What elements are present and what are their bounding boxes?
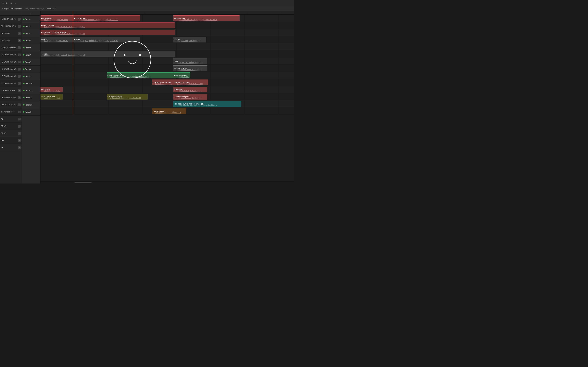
sidebar-add-btn-9[interactable]: +	[18, 82, 21, 85]
track-row-1[interactable]: ▶PLUCK CUTOFF	[41, 22, 294, 29]
track-playhead-1	[73, 22, 73, 29]
sidebar-add-btn-1[interactable]: +	[18, 25, 21, 28]
sidebar-item-8[interactable]: _5_DAW Nation_W.. +	[0, 73, 22, 80]
sidebar-add-btn-4[interactable]: +	[18, 46, 21, 49]
tracks-grid[interactable]: ▶PICK GUITAR▶PICK GUITAR▶PICK GUITAR▶PLU…	[41, 15, 294, 182]
clip-2-0[interactable]: ▶ACOUSTIC GUITAR 02 - 通道音量	[41, 30, 175, 35]
clip-3-1[interactable]: ▶PIANO	[74, 37, 140, 42]
sidebar-add-btn-16[interactable]: +	[18, 132, 21, 135]
track-name-6: Track 7	[22, 58, 40, 66]
app-container: ☰ ▶ ■ ● ◀ Playlist - Arrangement › I rea…	[0, 0, 294, 184]
scroll-thumb[interactable]	[75, 182, 92, 183]
menu-icon[interactable]: ☰	[1, 1, 4, 5]
nav-prev[interactable]: ◀	[2, 7, 3, 10]
clip-11-1[interactable]: ▶CLEAR SKY BIRD	[107, 94, 148, 100]
sidebar-item-1[interactable]: EN HIHAT LOOP 13.. +	[0, 23, 22, 30]
sidebar-add-btn-2[interactable]: +	[18, 32, 21, 35]
track-name-1: Track 2	[22, 23, 40, 30]
clip-0-2[interactable]: ▶PICK GUITAR	[173, 15, 240, 21]
sidebar-item-18[interactable]: NP +	[0, 144, 22, 151]
sidebar-item-11[interactable]: CK PREDROP FILL +	[0, 94, 22, 101]
clip-9-1[interactable]: ▶ROCK GUITAR RIFF	[174, 80, 208, 85]
clip-8-1[interactable]: ▶RISER 140 BPM	[173, 72, 190, 78]
sidebar-add-btn-7[interactable]: +	[18, 68, 21, 70]
sidebar-item-13[interactable]: p.K Atmos Pack - .. +	[0, 108, 22, 116]
sidebar-add-btn-8[interactable]: +	[18, 75, 21, 78]
sidebar-add-btn-5[interactable]: +	[18, 53, 21, 56]
track-row-6[interactable]: ▶SUB	[41, 58, 294, 65]
sidebar-add-btn-10[interactable]: +	[18, 89, 21, 92]
sidebar-item-7[interactable]: _5_DAW Nation_W.. +	[0, 66, 22, 73]
sidebar-add-btn-15[interactable]: +	[18, 125, 21, 128]
track-row-5[interactable]: ▶CHIOR	[41, 50, 294, 58]
track-row-11[interactable]: ▶CLEAR SKY BIRD▶CLEAR SKY BIRD▶WHITE NOI…	[41, 93, 294, 100]
clip-label-3-0: PIANO	[42, 39, 47, 41]
sidebar-add-btn-11[interactable]: +	[18, 96, 21, 99]
sidebar-add-btn-0[interactable]: +	[18, 18, 21, 21]
ruler-marker-32: 32	[144, 13, 146, 15]
track-row-3[interactable]: ▶PIANO▶PIANO▶PIANO	[41, 36, 294, 43]
sidebar-item-14[interactable]: AD +	[0, 116, 22, 123]
clip-0-1[interactable]: ▶PICK GUITAR	[74, 15, 140, 21]
sidebar-item-5[interactable]: _5_DAW Nation_W.. +	[0, 51, 22, 58]
sidebar-add-btn-14[interactable]: +	[18, 118, 21, 120]
track-row-13[interactable]: ▶GUITAR LOOP	[41, 107, 294, 115]
sidebar-item-name-1: EN HIHAT LOOP 13..	[1, 25, 18, 27]
clip-10-0[interactable]: ▶IMPACT 05	[41, 87, 63, 92]
sidebar-item-10[interactable]: LONG DRUM FILL .. +	[0, 87, 22, 94]
sidebar-item-9[interactable]: _5_DAW Nation_W.. +	[0, 80, 22, 87]
track-row-7[interactable]: ▶PLUCK CUTOFF	[41, 65, 294, 72]
clip-5-0[interactable]: ▶CHIOR	[41, 51, 175, 57]
stop-icon[interactable]: ■	[9, 1, 13, 5]
sidebar-item-17[interactable]: BAI +	[0, 137, 22, 144]
track-row-8[interactable]: ▶WHITE NOISE( RISER)▶RISER 140 BPM	[41, 72, 294, 79]
sidebar-item-16[interactable]: ORDS +	[0, 130, 22, 137]
clip-3-0[interactable]: ▶PIANO	[41, 37, 74, 42]
sidebar-add-btn-6[interactable]: +	[18, 61, 21, 63]
sidebar-add-btn-17[interactable]: +	[18, 139, 21, 142]
track-playhead-5	[73, 50, 73, 57]
sidebar-add-btn-12[interactable]: +	[18, 103, 21, 106]
clip-13-0[interactable]: ▶GUITAR LOOP	[152, 108, 186, 114]
sidebar-item-4[interactable]: nmatics x San Holo.. +	[0, 44, 22, 51]
track-row-2[interactable]: ▶ACOUSTIC GUITAR 02 - 通道音量	[41, 29, 294, 36]
sidebar-add-btn-13[interactable]: +	[18, 111, 21, 113]
clip-6-0[interactable]: ▶SUB	[173, 58, 207, 64]
track-name-items: Track 1Track 2Track 3Track 4Track 5Track…	[22, 16, 40, 116]
clip-10-1[interactable]: ▶IMPACT 05	[173, 87, 207, 92]
track-playhead-10	[73, 86, 73, 93]
clip-1-0[interactable]: ▶PLUCK CUTOFF	[41, 22, 175, 28]
track-row-10[interactable]: ▶IMPACT 05▶IMPACT 05	[41, 86, 294, 93]
sidebar-item-name-7: _5_DAW Nation_W..	[1, 68, 18, 70]
clip-9-0[interactable]: ▶DRUM FILL 05 140 BPM	[152, 80, 174, 85]
track-row-0[interactable]: ▶PICK GUITAR▶PICK GUITAR▶PICK GUITAR	[41, 15, 294, 22]
sidebar-item-3[interactable]: CAL CHOR +	[0, 37, 22, 44]
sidebar-item-15[interactable]: AD #2 +	[0, 123, 22, 130]
track-label-1: Track 2	[25, 25, 31, 27]
sidebar-item-0[interactable]: HAI LOOP 135BPM +	[0, 16, 22, 23]
track-row-12[interactable]: ▶DC ROCK GUITAR RIFF 140 BPM - 音量	[41, 100, 294, 107]
track-row-9[interactable]: ▶DRUM FILL 05 140 BPM▶ROCK GUITAR RIFF	[41, 79, 294, 86]
sidebar-add-btn-18[interactable]: +	[18, 146, 21, 149]
sidebar-item-6[interactable]: _5_DAW Nation_W.. +	[0, 58, 22, 66]
scroll-area[interactable]	[41, 182, 294, 184]
clip-8-0[interactable]: ▶WHITE NOISE( RISER)	[107, 72, 173, 78]
track-playhead-3	[73, 36, 73, 43]
add-track-btn[interactable]: +	[30, 12, 32, 15]
sidebar-add-btn-3[interactable]: +	[18, 39, 21, 42]
clip-11-0[interactable]: ▶CLEAR SKY BIRD	[41, 94, 63, 100]
record-icon[interactable]: ●	[14, 1, 17, 5]
sidebar-item-2[interactable]: CK GUITAR +	[0, 30, 22, 37]
play-icon[interactable]: ▶	[5, 1, 9, 5]
sidebar-item-12[interactable]: UM FILL 05 140 BP.. +	[0, 101, 22, 108]
clip-3-2[interactable]: ▶PIANO	[173, 37, 206, 42]
track-label-11: Track 12	[25, 97, 32, 99]
track-label-3: Track 4	[25, 40, 31, 42]
clip-11-2[interactable]: ▶WHITE NOISE( FALL)	[173, 94, 207, 100]
clip-0-0[interactable]: ▶PICK GUITAR	[41, 15, 74, 21]
clip-7-0[interactable]: ▶PLUCK CUTOFF	[173, 65, 207, 71]
track-row-4[interactable]	[41, 43, 294, 50]
clip-12-0[interactable]: ▶DC ROCK GUITAR RIFF 140 BPM - 音量	[173, 101, 241, 107]
track-name-4: Track 5	[22, 44, 40, 51]
clip-label-3-2: PIANO	[175, 39, 180, 41]
